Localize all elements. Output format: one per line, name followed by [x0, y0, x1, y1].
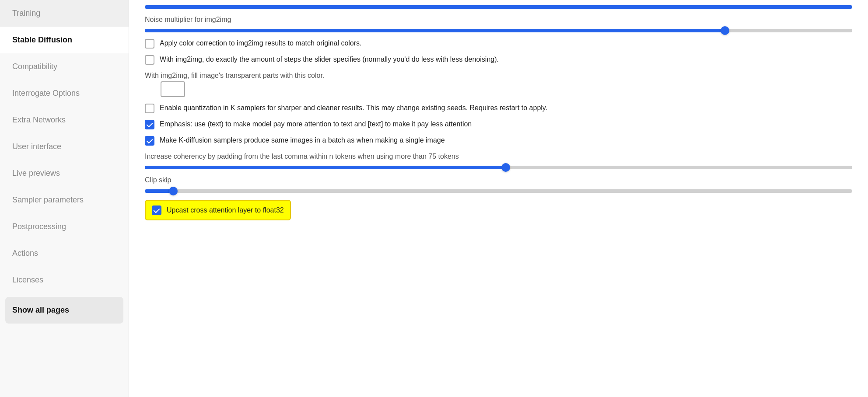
show-all-pages-button[interactable]: Show all pages	[5, 297, 123, 324]
color-correction-label: Apply color correction to img2img result…	[160, 38, 362, 48]
quantization-label: Enable quantization in K samplers for sh…	[160, 103, 547, 113]
exact-steps-checkbox[interactable]	[145, 55, 154, 65]
noise-slider-thumb[interactable]	[721, 26, 729, 35]
clip-skip-slider-fill	[145, 189, 173, 193]
noise-multiplier-label: Noise multiplier for img2img	[145, 16, 852, 24]
sidebar-item-interrogate-options[interactable]: Interrogate Options	[0, 80, 129, 107]
k-diffusion-label: Make K-diffusion samplers produce same i…	[160, 136, 445, 145]
main-content: Noise multiplier for img2img Apply color…	[129, 0, 868, 397]
noise-slider-track[interactable]	[145, 29, 852, 32]
sidebar-item-compatibility[interactable]: Compatibility	[0, 53, 129, 80]
clip-skip-slider-track[interactable]	[145, 189, 852, 193]
coherency-label: Increase coherency by padding from the l…	[145, 153, 852, 160]
upcast-attention-label: Upcast cross attention layer to float32	[167, 206, 284, 214]
quantization-checkbox[interactable]	[145, 104, 154, 113]
sidebar-item-actions[interactable]: Actions	[0, 240, 129, 267]
coherency-slider-thumb[interactable]	[501, 163, 510, 172]
sidebar-item-live-previews[interactable]: Live previews	[0, 160, 129, 187]
sidebar-item-user-interface[interactable]: User interface	[0, 133, 129, 160]
color-correction-row: Apply color correction to img2img result…	[145, 38, 852, 49]
upcast-attention-highlighted-row: Upcast cross attention layer to float32	[145, 200, 291, 220]
k-diffusion-row: Make K-diffusion samplers produce same i…	[145, 136, 852, 146]
top-progress-track	[145, 5, 852, 9]
fill-color-picker[interactable]	[161, 81, 185, 97]
color-correction-checkbox[interactable]	[145, 39, 154, 49]
clip-skip-label: Clip skip	[145, 176, 852, 184]
noise-slider-fill	[145, 29, 725, 32]
coherency-slider-track[interactable]	[145, 166, 852, 169]
coherency-slider-fill	[145, 166, 506, 169]
quantization-row: Enable quantization in K samplers for sh…	[145, 103, 852, 113]
sidebar-item-postprocessing[interactable]: Postprocessing	[0, 213, 129, 240]
exact-steps-label: With img2img, do exactly the amount of s…	[160, 55, 499, 64]
emphasis-checkbox[interactable]	[145, 120, 154, 129]
k-diffusion-checkbox[interactable]	[145, 136, 154, 146]
exact-steps-row: With img2img, do exactly the amount of s…	[145, 55, 852, 65]
clip-skip-slider-thumb[interactable]	[169, 187, 178, 195]
fill-color-label: With img2img, fill image's transparent p…	[145, 72, 852, 80]
sidebar: TrainingStable DiffusionCompatibilityInt…	[0, 0, 129, 397]
emphasis-row: Emphasis: use (text) to make model pay m…	[145, 119, 852, 129]
sidebar-item-extra-networks[interactable]: Extra Networks	[0, 107, 129, 133]
sidebar-item-licenses[interactable]: Licenses	[0, 267, 129, 293]
top-progress-fill	[145, 5, 852, 9]
sidebar-item-sampler-parameters[interactable]: Sampler parameters	[0, 187, 129, 213]
upcast-attention-checkbox[interactable]	[152, 205, 161, 215]
noise-multiplier-section	[145, 5, 852, 9]
sidebar-item-training[interactable]: Training	[0, 0, 129, 27]
emphasis-label: Emphasis: use (text) to make model pay m…	[160, 119, 472, 129]
sidebar-item-stable-diffusion[interactable]: Stable Diffusion	[0, 27, 129, 53]
